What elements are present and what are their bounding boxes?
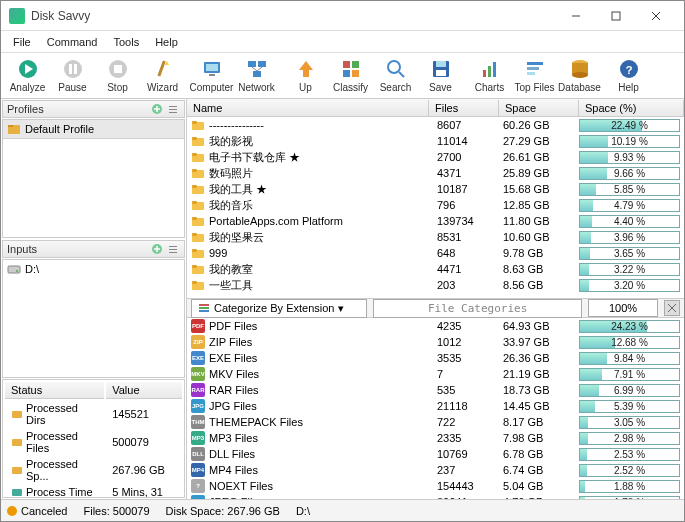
toolbar-computer-button[interactable]: Computer [189, 55, 234, 97]
profile-item[interactable]: Default Profile [3, 120, 184, 139]
status-value: 145521 [106, 401, 182, 427]
zoom-dropdown[interactable]: 100% [588, 299, 658, 317]
toolbar-topfiles-button[interactable]: Top Files [512, 55, 557, 97]
folder-icon [191, 118, 205, 132]
svg-rect-15 [209, 74, 215, 76]
status-space: Disk Space: 267.96 GB [166, 505, 280, 517]
help-icon: ? [618, 58, 640, 80]
toolbar-charts-button[interactable]: Charts [467, 55, 512, 97]
status-key: Processed Sp... [26, 458, 98, 482]
menu-file[interactable]: File [5, 33, 39, 51]
toolbar-wizard-button[interactable]: Wizard [140, 55, 185, 97]
svg-rect-88 [199, 304, 209, 306]
file-row[interactable]: 9996489.78 GB3.65 % [187, 245, 684, 261]
file-row[interactable]: PortableApps.com Platform13973411.80 GB4… [187, 213, 684, 229]
file-space: 14.45 GB [503, 400, 579, 412]
menu-help[interactable]: Help [147, 33, 186, 51]
toolbar-label: Wizard [147, 82, 178, 93]
svg-rect-87 [192, 281, 197, 284]
file-row[interactable]: 电子书下载仓库 ★270026.61 GB9.93 % [187, 149, 684, 165]
file-name: JPG Files [209, 400, 437, 412]
svg-rect-16 [248, 61, 256, 67]
file-row[interactable]: THMTHEMEPACK Files7228.17 GB3.05 % [187, 414, 684, 430]
profiles-menu-icon[interactable] [166, 102, 180, 116]
menu-command[interactable]: Command [39, 33, 106, 51]
chevron-down-icon: ▾ [338, 302, 344, 315]
file-row[interactable]: EXEEXE Files353526.36 GB9.84 % [187, 350, 684, 366]
folder-icon [191, 262, 205, 276]
col-pct[interactable]: Space (%) [579, 100, 684, 116]
file-row[interactable]: MP3MP3 Files23357.98 GB2.98 % [187, 430, 684, 446]
file-row[interactable]: 我的教室44718.63 GB3.22 % [187, 261, 684, 277]
status-dot-icon [7, 506, 17, 516]
file-row[interactable]: ---------------860760.26 GB22.49 % [187, 117, 684, 133]
left-panel: Profiles Default Profile Inputs D:\ [1, 99, 187, 499]
categorize-dropdown[interactable]: Categorize By Extension ▾ [191, 299, 367, 318]
file-row[interactable]: 一些工具2038.56 GB3.20 % [187, 277, 684, 293]
status-row: Processed Dirs145521 [5, 401, 182, 427]
file-row[interactable]: JPGJPG Files2111814.45 GB5.39 % [187, 398, 684, 414]
filetype-icon: RAR [191, 383, 205, 397]
top-file-list[interactable]: ---------------860760.26 GB22.49 %我的影视11… [187, 117, 684, 298]
file-row[interactable]: 数码照片437125.89 GB9.66 % [187, 165, 684, 181]
file-name: 999 [209, 247, 437, 259]
svg-rect-23 [352, 61, 359, 68]
svg-rect-69 [192, 137, 197, 140]
file-count: 535 [437, 384, 503, 396]
col-space[interactable]: Space [499, 100, 579, 116]
status-value: 267.96 GB [106, 457, 182, 483]
svg-rect-34 [527, 62, 543, 65]
file-count: 796 [437, 199, 503, 211]
minimize-button[interactable] [556, 3, 596, 29]
file-row[interactable]: 我的坚果云853110.60 GB3.96 % [187, 229, 684, 245]
file-row[interactable]: PDFPDF Files423564.93 GB24.23 % [187, 318, 684, 334]
close-categories-button[interactable] [664, 300, 680, 316]
status-col-value[interactable]: Value [106, 382, 182, 399]
col-name[interactable]: Name [187, 100, 429, 116]
bottom-file-list[interactable]: PDFPDF Files423564.93 GB24.23 %ZIPZIP Fi… [187, 318, 684, 499]
file-row[interactable]: MKVMKV Files721.19 GB7.91 % [187, 366, 684, 382]
toolbar-label: Network [238, 82, 275, 93]
profiles-add-icon[interactable] [150, 102, 164, 116]
col-files[interactable]: Files [429, 100, 499, 116]
file-pct-bar: 9.66 % [579, 167, 680, 180]
toolbar-help-button[interactable]: ?Help [606, 55, 651, 97]
file-count: 11014 [437, 135, 503, 147]
toolbar-pause-button[interactable]: Pause [50, 55, 95, 97]
file-row[interactable]: ZIPZIP Files101233.97 GB12.68 % [187, 334, 684, 350]
toolbar-label: Top Files [514, 82, 554, 93]
toolbar-save-button[interactable]: Save [418, 55, 463, 97]
svg-rect-90 [199, 310, 209, 312]
input-item[interactable]: D:\ [3, 260, 184, 278]
inputs-menu-icon[interactable] [166, 242, 180, 256]
file-row[interactable]: DLLDLL Files107696.78 GB2.53 % [187, 446, 684, 462]
toolbar-up-button[interactable]: Up [283, 55, 328, 97]
file-row[interactable]: 我的音乐79612.85 GB4.79 % [187, 197, 684, 213]
toolbar-classify-button[interactable]: Classify [328, 55, 373, 97]
file-row[interactable]: RARRAR Files53518.73 GB6.99 % [187, 382, 684, 398]
svg-rect-18 [253, 71, 261, 77]
toolbar-network-button[interactable]: Network [234, 55, 279, 97]
file-row[interactable]: MP4MP4 Files2376.74 GB2.52 % [187, 462, 684, 478]
file-row[interactable]: 我的影视1101427.29 GB10.19 % [187, 133, 684, 149]
toolbar-stop-button[interactable]: Stop [95, 55, 140, 97]
file-space: 27.29 GB [503, 135, 579, 147]
inputs-add-icon[interactable] [150, 242, 164, 256]
svg-rect-7 [69, 64, 72, 74]
svg-rect-35 [527, 67, 539, 70]
close-button[interactable] [636, 3, 676, 29]
file-row[interactable]: 我的工具 ★1018715.68 GB5.85 % [187, 181, 684, 197]
file-pct-bar: 24.23 % [579, 320, 680, 333]
toolbar-search-button[interactable]: Search [373, 55, 418, 97]
filetype-icon: MP3 [191, 431, 205, 445]
toolbar-database-button[interactable]: Database [557, 55, 602, 97]
folder-icon [191, 230, 205, 244]
file-row[interactable]: ?NOEXT Files1544435.04 GB1.88 % [187, 478, 684, 494]
menu-tools[interactable]: Tools [105, 33, 147, 51]
maximize-button[interactable] [596, 3, 636, 29]
file-space: 8.63 GB [503, 263, 579, 275]
status-col-status[interactable]: Status [5, 382, 104, 399]
file-name: ZIP Files [209, 336, 437, 348]
toolbar-analyze-button[interactable]: Analyze [5, 55, 50, 97]
toolbar-label: Search [380, 82, 412, 93]
